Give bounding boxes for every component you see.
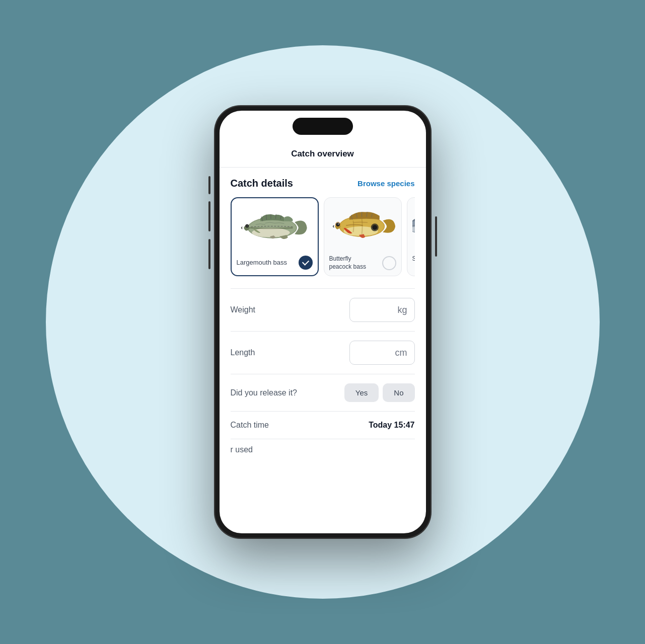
fish-cards-row: Largemouth bass (231, 197, 415, 276)
catch-time-row: Catch time Today 15:47 (231, 411, 415, 439)
release-row: Did you release it? Yes No (231, 374, 415, 411)
main-content: Catch details Browse species (220, 168, 426, 533)
dynamic-island (293, 118, 353, 135)
peacock-card-footer: Butterflypeacock bass (329, 253, 396, 271)
screen-content: Catch overview Catch details Browse spec… (220, 111, 426, 533)
catch-details-title: Catch details (231, 178, 293, 189)
mute-button (208, 176, 210, 194)
svg-point-14 (337, 223, 339, 225)
largemouth-card-footer: Largemouth bass (237, 254, 313, 270)
spotted-bass-name: Spotte (412, 255, 415, 263)
volume-down-button (208, 239, 210, 269)
fish-image-peacock (329, 204, 396, 249)
fish-card-largemouth-bass[interactable]: Largemouth bass (231, 197, 319, 276)
gear-used-row: r used (231, 439, 415, 454)
release-toggle-group: Yes No (344, 383, 415, 402)
spotted-bass-illustration (412, 204, 415, 249)
app-header: Catch overview (220, 143, 426, 168)
fish-image-spotted (412, 204, 415, 249)
gear-used-label: r used (231, 445, 253, 454)
butterfly-peacock-bass-illustration (329, 204, 396, 249)
largemouth-bass-name: Largemouth bass (237, 259, 287, 267)
weight-label: Weight (231, 305, 256, 314)
length-row: Length cm (231, 331, 415, 374)
peacock-select-indicator[interactable] (382, 256, 396, 270)
catch-details-header: Catch details Browse species (231, 178, 415, 189)
svg-point-22 (372, 225, 377, 230)
catch-time-value: Today 15:47 (369, 421, 414, 430)
length-unit: cm (395, 348, 407, 358)
largemouth-select-indicator[interactable] (299, 256, 313, 270)
fish-image-largemouth (237, 204, 313, 250)
phone-screen: Catch overview Catch details Browse spec… (220, 111, 426, 533)
yes-button[interactable]: Yes (344, 383, 379, 402)
page-title: Catch overview (291, 149, 354, 158)
fish-card-butterfly-peacock[interactable]: Butterflypeacock bass (324, 197, 402, 276)
weight-unit: kg (397, 305, 407, 315)
no-button[interactable]: No (383, 383, 414, 402)
svg-point-4 (246, 225, 248, 227)
phone-frame: Catch overview Catch details Browse spec… (214, 106, 431, 538)
browse-species-link[interactable]: Browse species (357, 179, 414, 188)
butterfly-peacock-name: Butterflypeacock bass (329, 255, 366, 271)
weight-input[interactable]: kg (349, 298, 415, 322)
spotted-card-footer: Spotte (412, 253, 415, 263)
fish-card-spotted[interactable]: Spotte (407, 197, 415, 276)
catch-time-label: Catch time (231, 421, 269, 430)
length-input[interactable]: cm (349, 341, 415, 365)
weight-row: Weight kg (231, 288, 415, 331)
background-circle: Catch overview Catch details Browse spec… (46, 45, 600, 599)
release-label: Did you release it? (231, 388, 298, 397)
svg-point-25 (412, 226, 415, 232)
power-button (435, 216, 437, 257)
largemouth-bass-illustration (237, 204, 313, 250)
length-label: Length (231, 348, 255, 357)
volume-up-button (208, 201, 210, 231)
